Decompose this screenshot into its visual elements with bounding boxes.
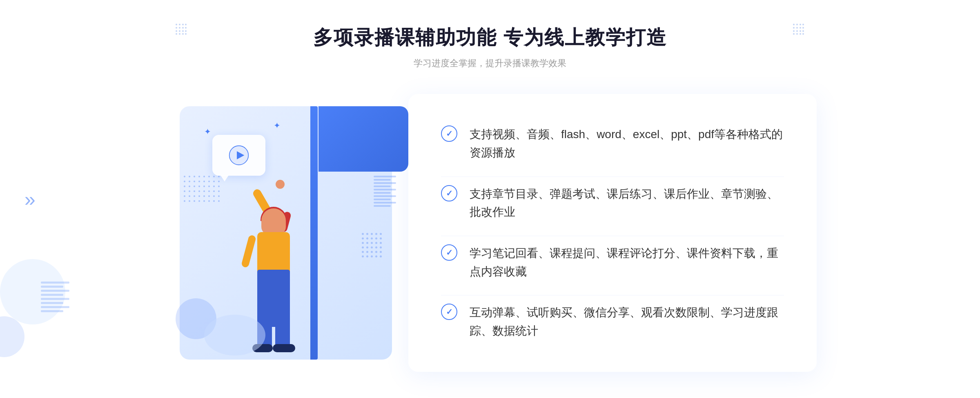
check-mark-3: ✓ (446, 248, 453, 257)
feature-text-1: 支持视频、音频、flash、word、excel、ppt、pdf等各种格式的资源… (470, 125, 784, 162)
feature-text-2: 支持章节目录、弹题考试、课后练习、课后作业、章节测验、批改作业 (470, 185, 784, 222)
check-circle-3: ✓ (441, 244, 457, 261)
play-bubble (212, 135, 265, 176)
check-circle-4: ✓ (441, 304, 457, 320)
sparkle-2-decoration: ✦ (274, 121, 281, 130)
header-section: 多项录播课辅助功能 专为线上教学打造 学习进度全掌握，提升录播课教学效果 (313, 25, 666, 69)
arrow-dot-decoration (362, 233, 382, 257)
features-panel: ✓ 支持视频、音频、flash、word、excel、ppt、pdf等各种格式的… (408, 94, 817, 372)
sub-title: 学习进度全掌握，提升录播课教学效果 (313, 57, 666, 69)
feature-item-4: ✓ 互动弹幕、试听购买、微信分享、观看次数限制、学习进度跟踪、数据统计 (441, 295, 784, 349)
play-icon (229, 145, 249, 165)
person-arm-left (241, 235, 256, 268)
feature-text-4: 互动弹幕、试听购买、微信分享、观看次数限制、学习进度跟踪、数据统计 (470, 304, 784, 340)
person-leg-right (275, 315, 290, 347)
sparkle-1-decoration: ✦ (204, 127, 211, 136)
top-blue-card (318, 106, 408, 172)
far-left-stripes-decoration (41, 282, 69, 312)
check-circle-2: ✓ (441, 185, 457, 201)
feature-item-1: ✓ 支持视频、音频、flash、word、excel、ppt、pdf等各种格式的… (441, 117, 784, 170)
page-container: » 多项录播课辅助功能 专为线上教学打造 学习进度全掌握，提升录播课教学效果 (0, 0, 980, 398)
check-circle-1: ✓ (441, 125, 457, 142)
person-head (261, 208, 286, 235)
hand-up (276, 180, 285, 189)
content-area: ✦ ✦ (163, 94, 817, 372)
check-mark-4: ✓ (446, 307, 453, 317)
far-left-circle2-decoration (0, 316, 24, 357)
dot-grid-illustration (184, 176, 220, 202)
blue-accent-strip (310, 106, 318, 360)
main-title: 多项录播课辅助功能 专为线上教学打造 (313, 25, 666, 51)
check-mark-2: ✓ (446, 188, 453, 198)
page-chevron-left[interactable]: » (24, 188, 36, 210)
illustration-wrapper: ✦ ✦ (163, 94, 416, 372)
feature-text-3: 学习笔记回看、课程提问、课程评论打分、课件资料下载，重点内容收藏 (470, 244, 784, 281)
stripes-decoration (374, 176, 396, 207)
dots-decoration-left (176, 24, 187, 35)
feature-item-2: ✓ 支持章节目录、弹题考试、课后练习、课后作业、章节测验、批改作业 (441, 177, 784, 230)
feature-item-3: ✓ 学习笔记回看、课程提问、课程评论打分、课件资料下载，重点内容收藏 (441, 236, 784, 289)
person-torso (257, 232, 290, 273)
deco-circle-light (204, 315, 265, 356)
dots-decoration-right (793, 24, 804, 35)
person-shoe-right (273, 344, 295, 352)
check-mark-1: ✓ (446, 129, 453, 139)
